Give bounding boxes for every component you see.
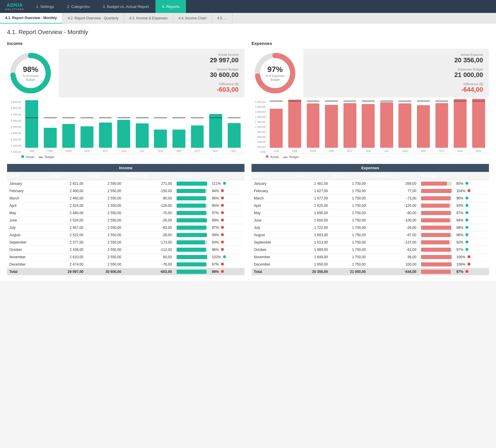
expenses-row-budget: 1 750,00 [330,224,368,231]
expenses-row-pct-text: 98% [454,224,489,231]
expenses-table-row: May 1 690,00 1 750,00 -60,00 97% [252,209,489,217]
income-bar-group: JAN [23,100,41,148]
nav-settings[interactable]: 1. Settings [30,0,61,13]
income-budget-line-bar [62,118,75,118]
income-table-row: June 2 524,00 2 550,00 -26,00 99% [7,217,244,224]
income-bar-month-label: APR [84,150,90,152]
expenses-chart-outer: 2 000,001 800,001 600,001 400,001 200,00… [266,100,489,153]
income-budget-line-bar [172,118,185,118]
income-row-month: June [7,217,48,224]
expenses-budget-line-bar [435,101,448,101]
expenses-diff-label: Difference ($) [309,82,483,86]
expenses-actual-stat: Actual Expense 20 356,00 [309,53,483,64]
expenses-bar [288,100,301,148]
income-bar-month-label: FEB [48,150,53,152]
page-content: 4.1. Report Overview - Monthly Income 98… [0,24,496,281]
income-row-budget: 2 550,00 [86,180,124,187]
income-row-actual: 2 524,00 [48,217,86,224]
income-bar-chart-wrap: 2 900,002 800,002 700,002 600,002 500,00… [7,100,244,159]
income-row-budget: 2 550,00 [86,187,124,195]
income-row-pct-bar [174,195,210,202]
expenses-row-pct-text: 104% [454,187,489,195]
expenses-budget-line [283,157,287,157]
subnav-more[interactable]: 4.5. ... [212,13,233,24]
expenses-bar-group: FEB [286,100,304,148]
expenses-row-diff: -125,00 [368,202,419,209]
income-bar-month-label: AUG [158,150,164,152]
income-budget-line-bar [209,118,222,118]
expenses-row-budget: 1 750,00 [330,261,368,268]
income-row-actual: 2 400,00 [48,187,86,195]
income-row-month: January [7,180,48,187]
subnav-income-chart[interactable]: 4.4. Income Chart [173,13,212,24]
income-bar [25,100,38,148]
expenses-total-row: Total 20 356,00 21 000,00 -644,00 97% [252,268,489,276]
income-row-diff: -173,00 [124,239,174,246]
income-bar-month-label: NOV [213,150,219,152]
income-table-row: July 2 467,00 2 550,00 -83,00 97% [7,224,244,231]
expenses-row-pct-bar [419,209,454,217]
expenses-table-row: December 1 850,00 1 750,00 100,00 106% [252,261,489,268]
expenses-bar-month-label: JUL [384,150,389,152]
expenses-budget-line-bar [398,101,411,101]
expenses-row-actual: 1 677,00 [292,195,330,202]
income-total-budget: 30 600,00 [86,268,124,276]
expenses-row-actual: 1 683,00 [292,231,330,239]
subnav-quarterly[interactable]: 4.2. Report Overview - Quarterly [62,13,124,24]
income-row-pct-bar [174,231,210,239]
income-budget-stat: Income Budget 30 600,00 [65,68,239,79]
expenses-bar [362,104,375,148]
income-row-diff: -150,00 [124,187,174,195]
expenses-table-row: April 1 625,00 1 750,00 -125,00 93% [252,202,489,209]
expenses-total-budget: 21 000,00 [330,268,368,276]
subnav-income-expenses[interactable]: 4.3. Income & Expenses [124,13,173,24]
income-table-row: October 2 438,00 2 550,00 -112,00 96% [7,246,244,254]
income-diff-stat: Difference ($) -603,00 [65,82,239,93]
main-columns: Income 98% % of IncomeBudget Actual Inco… [7,41,489,275]
expenses-bar-month-label: AUG [402,150,408,152]
nav-reports[interactable]: 4. Reports [155,0,186,13]
income-total-row: Total 29 997,00 30 600,00 -603,00 98% [7,268,244,276]
expenses-row-status-dot [465,233,468,236]
expenses-row-status-dot [465,204,468,207]
expenses-row-diff: 100,00 [368,261,419,268]
expenses-row-actual: 1 722,00 [292,224,330,231]
expenses-row-pct-bar [419,231,454,239]
expenses-stats-row: 97% % of ExpensesBudget Actual Expense 2… [252,49,489,98]
expenses-row-budget: 1 750,00 [330,246,368,254]
income-col-pct: % Budget [174,172,244,180]
nav-categories[interactable]: 2. Categories [61,0,96,13]
expenses-total-status-dot [465,270,468,273]
expenses-bar [417,105,430,148]
income-actual-stat: Actual Income 29 997,00 [65,53,239,64]
logo: ADNIA SOLUTIONS [0,2,30,11]
expenses-col-budget: Budget [330,172,368,180]
income-table-row: November 2 610,00 2 550,00 60,00 102% [7,254,244,261]
expenses-row-pct-bar [419,239,454,246]
subnav-monthly[interactable]: 4.1. Report Overview - Monthly [0,13,62,24]
income-column: Income 98% % of IncomeBudget Actual Inco… [7,41,244,275]
logo-main: ADNIA [7,2,23,8]
expenses-bar-group: APR [322,105,341,148]
income-row-pct-bar [174,202,210,209]
expenses-budget-value: 21 000,00 [309,71,483,79]
expenses-row-pct-text: 85% [454,180,489,187]
expenses-row-pct-text: 97% [454,209,489,217]
expenses-table-header: Expenses [252,164,489,172]
income-row-diff: -83,00 [124,224,174,231]
expenses-total-actual: 20 356,00 [292,268,330,276]
income-legend-budget: Budget [39,155,54,159]
income-row-pct-bar [174,187,210,195]
expenses-col-actual: Actual [292,172,330,180]
expenses-row-pct-bar [419,224,454,231]
income-donut-label: 98% % of IncomeBudget [22,65,39,82]
nav-budget-vs-actual[interactable]: 3. Budget vs. Actual Report [96,0,155,13]
income-row-actual: 2 460,00 [48,195,86,202]
expenses-row-pct-text: 96% [454,195,489,202]
income-row-pct-text: 102% [210,254,244,261]
income-donut-sub: % of IncomeBudget [22,74,39,82]
income-bar-group: JUL [133,123,151,148]
expenses-row-pct-text: 106% [454,261,489,268]
expenses-bar [325,105,338,148]
expenses-row-month: March [252,195,292,202]
